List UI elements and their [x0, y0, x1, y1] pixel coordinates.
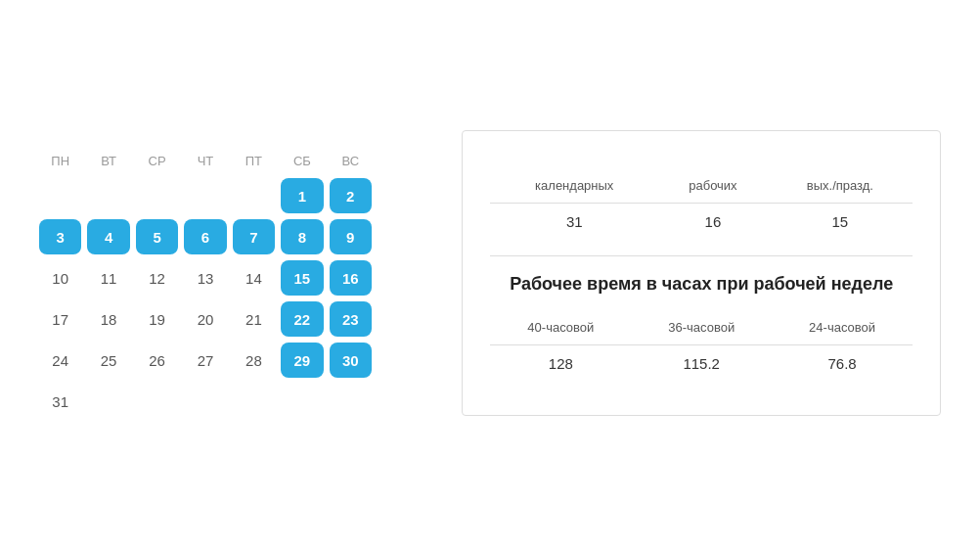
day-cell: 18	[87, 301, 129, 337]
day-cell: 11	[87, 260, 129, 296]
day-cell: 25	[87, 343, 129, 378]
hours-header-row: 40-часовой 36-часовой 24-часовой	[490, 314, 913, 345]
day-cell: 4	[87, 219, 129, 254]
val-working: 16	[658, 204, 768, 241]
day-cell	[87, 384, 129, 419]
section-divider	[490, 255, 913, 256]
day-cell: 29	[281, 343, 323, 378]
day-cell: 22	[281, 301, 323, 337]
day-cell: 5	[136, 219, 178, 254]
info-panel: календарных рабочих вых./празд. 31 16 15…	[462, 130, 941, 416]
day-cell	[184, 384, 226, 419]
day-cell: 31	[39, 384, 81, 419]
day-cell: 21	[233, 301, 275, 337]
day-cell	[136, 384, 178, 419]
hours-title: Рабочее время в часах при рабочей неделе	[490, 272, 913, 297]
day-cell: 15	[281, 260, 323, 296]
day-cell: 17	[39, 301, 81, 337]
day-cell	[39, 178, 81, 213]
day-cell: 2	[330, 178, 372, 213]
hours-value-row: 128 115.2 76.8	[490, 345, 913, 383]
day-header: ПН	[39, 150, 81, 172]
val-calendar: 31	[490, 204, 658, 241]
days-table: календарных рабочих вых./празд. 31 16 15	[490, 172, 913, 240]
day-cell: 27	[184, 343, 226, 378]
col-working: рабочих	[658, 172, 768, 204]
calendar-grid: ПНВТСРЧТПТСБВС12345678910111213141516171…	[39, 150, 372, 419]
day-cell: 3	[39, 219, 81, 254]
col-24h: 24-часовой	[772, 314, 913, 345]
col-40h: 40-часовой	[490, 314, 631, 345]
day-header: ВТ	[87, 150, 129, 172]
day-cell	[184, 178, 226, 213]
col-weekend: вых./празд.	[768, 172, 913, 204]
val-weekend: 15	[768, 204, 913, 241]
day-cell: 20	[184, 301, 226, 337]
day-cell	[233, 178, 275, 213]
day-cell: 8	[281, 219, 323, 254]
calendar-section: ПНВТСРЧТПТСБВС12345678910111213141516171…	[39, 130, 423, 419]
day-cell: 10	[39, 260, 81, 296]
day-cell: 24	[39, 343, 81, 378]
day-cell: 13	[184, 260, 226, 296]
day-cell: 16	[330, 260, 372, 296]
day-cell: 26	[136, 343, 178, 378]
hours-table: 40-часовой 36-часовой 24-часовой 128 115…	[490, 314, 913, 382]
day-cell: 23	[330, 301, 372, 337]
day-header: ПТ	[233, 150, 275, 172]
day-cell: 30	[330, 343, 372, 378]
days-header-row: календарных рабочих вых./празд.	[490, 172, 913, 204]
day-cell: 19	[136, 301, 178, 337]
day-cell: 14	[233, 260, 275, 296]
col-calendar: календарных	[490, 172, 658, 204]
day-cell: 9	[330, 219, 372, 254]
day-cell	[233, 384, 275, 419]
days-value-row: 31 16 15	[490, 204, 913, 241]
day-cell	[330, 384, 372, 419]
col-36h: 36-часовой	[631, 314, 772, 345]
day-cell	[87, 178, 129, 213]
day-cell	[136, 178, 178, 213]
day-cell: 6	[184, 219, 226, 254]
day-cell: 28	[233, 343, 275, 378]
day-cell: 1	[281, 178, 323, 213]
val-40h: 128	[490, 345, 631, 383]
day-cell: 12	[136, 260, 178, 296]
val-24h: 76.8	[772, 345, 913, 383]
main-container: ПНВТСРЧТПТСБВС12345678910111213141516171…	[0, 111, 980, 438]
day-header: СБ	[281, 150, 323, 172]
day-cell	[281, 384, 323, 419]
day-header: ЧТ	[184, 150, 226, 172]
day-header: СР	[136, 150, 178, 172]
day-cell: 7	[233, 219, 275, 254]
val-36h: 115.2	[631, 345, 772, 383]
day-header: ВС	[330, 150, 372, 172]
